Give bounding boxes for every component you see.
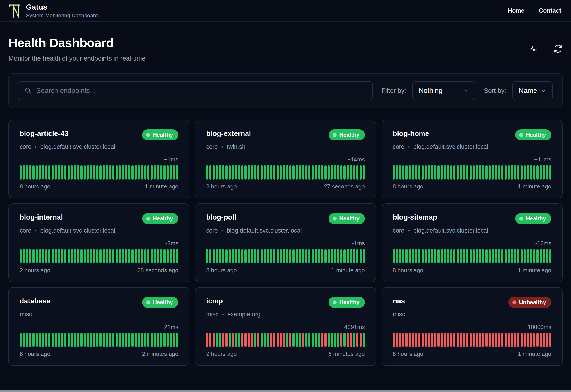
- status-bar[interactable]: [546, 249, 548, 263]
- status-bar[interactable]: [235, 249, 237, 263]
- status-bar[interactable]: [485, 333, 487, 347]
- status-bar[interactable]: [144, 333, 146, 347]
- status-bar[interactable]: [453, 165, 455, 180]
- status-bar[interactable]: [347, 165, 349, 180]
- status-bar[interactable]: [431, 333, 433, 347]
- sort-select[interactable]: Name: [512, 81, 553, 100]
- status-bar[interactable]: [543, 333, 545, 347]
- status-bar[interactable]: [173, 249, 175, 263]
- status-bar[interactable]: [222, 249, 224, 263]
- status-bar[interactable]: [321, 333, 323, 347]
- status-bar[interactable]: [251, 333, 253, 347]
- status-bar[interactable]: [103, 333, 105, 347]
- status-bar[interactable]: [431, 249, 433, 263]
- status-bar[interactable]: [20, 333, 22, 347]
- status-bar[interactable]: [350, 333, 352, 347]
- status-bar[interactable]: [299, 249, 301, 263]
- status-bar[interactable]: [42, 165, 44, 180]
- status-bar[interactable]: [100, 249, 102, 263]
- status-bar[interactable]: [546, 333, 548, 347]
- status-bar[interactable]: [131, 165, 133, 180]
- status-bar[interactable]: [434, 249, 436, 263]
- status-bar[interactable]: [530, 165, 532, 180]
- status-bar[interactable]: [514, 165, 516, 180]
- status-bar[interactable]: [479, 333, 481, 347]
- status-bar[interactable]: [505, 165, 507, 180]
- status-bar[interactable]: [315, 333, 317, 347]
- status-bar[interactable]: [469, 333, 471, 347]
- status-bar[interactable]: [489, 249, 491, 263]
- status-bar[interactable]: [299, 333, 301, 347]
- status-bar[interactable]: [119, 333, 121, 347]
- status-bar[interactable]: [277, 333, 279, 347]
- nav-link-contact[interactable]: Contact: [539, 7, 561, 14]
- status-bar[interactable]: [396, 165, 398, 180]
- status-bar[interactable]: [68, 165, 70, 180]
- status-bar[interactable]: [286, 249, 288, 263]
- status-bar[interactable]: [536, 249, 539, 263]
- status-bar[interactable]: [501, 165, 503, 180]
- status-bar[interactable]: [415, 333, 417, 347]
- status-bar[interactable]: [331, 333, 333, 347]
- status-bar[interactable]: [514, 333, 516, 347]
- status-bar[interactable]: [406, 165, 407, 180]
- status-bar[interactable]: [409, 333, 411, 347]
- status-bar[interactable]: [501, 249, 503, 263]
- status-bar[interactable]: [74, 165, 76, 180]
- status-bar[interactable]: [402, 333, 404, 347]
- status-bar[interactable]: [32, 249, 34, 263]
- endpoint-card[interactable]: blog-internal Healthy core • blog.defaul…: [8, 203, 189, 282]
- status-bar[interactable]: [109, 249, 111, 263]
- status-bar[interactable]: [128, 249, 130, 263]
- status-bar[interactable]: [344, 165, 346, 180]
- status-bar[interactable]: [331, 249, 333, 263]
- status-bar[interactable]: [144, 249, 146, 263]
- status-bar[interactable]: [289, 249, 291, 263]
- status-bar[interactable]: [138, 333, 140, 347]
- status-bar[interactable]: [334, 249, 336, 263]
- status-bar[interactable]: [444, 333, 446, 347]
- status-bar[interactable]: [125, 333, 127, 347]
- status-bar[interactable]: [508, 333, 510, 347]
- status-bar[interactable]: [138, 249, 140, 263]
- status-bar[interactable]: [296, 333, 298, 347]
- endpoint-card[interactable]: icmp Healthy misc • example.org ~4391ms …: [195, 287, 376, 366]
- status-bar[interactable]: [324, 165, 326, 180]
- status-bar[interactable]: [225, 249, 227, 263]
- status-bar[interactable]: [536, 165, 539, 180]
- status-bar[interactable]: [344, 249, 346, 263]
- status-bar[interactable]: [508, 165, 510, 180]
- status-bar[interactable]: [415, 165, 417, 180]
- status-bar[interactable]: [219, 333, 221, 347]
- status-bar[interactable]: [23, 165, 25, 180]
- status-bar[interactable]: [450, 249, 452, 263]
- status-bar[interactable]: [340, 165, 342, 180]
- status-bar[interactable]: [302, 249, 304, 263]
- status-bar[interactable]: [270, 249, 272, 263]
- status-bar[interactable]: [318, 249, 320, 263]
- status-bar[interactable]: [540, 165, 542, 180]
- status-bar[interactable]: [36, 249, 38, 263]
- status-bar[interactable]: [421, 333, 423, 347]
- status-bar[interactable]: [521, 333, 523, 347]
- status-bar[interactable]: [273, 165, 275, 180]
- status-bar[interactable]: [549, 165, 551, 180]
- status-bar[interactable]: [418, 249, 420, 263]
- search-box[interactable]: [18, 81, 373, 100]
- status-bar[interactable]: [58, 165, 60, 180]
- status-bar[interactable]: [466, 249, 468, 263]
- status-bar[interactable]: [457, 333, 459, 347]
- status-bar[interactable]: [248, 249, 250, 263]
- status-bar[interactable]: [244, 333, 246, 347]
- status-bar[interactable]: [492, 249, 494, 263]
- status-bar[interactable]: [533, 249, 535, 263]
- status-bar[interactable]: [84, 165, 86, 180]
- status-bar[interactable]: [90, 333, 92, 347]
- status-bar[interactable]: [141, 249, 143, 263]
- status-bar[interactable]: [476, 165, 478, 180]
- status-bar[interactable]: [61, 333, 63, 347]
- status-bar[interactable]: [39, 333, 41, 347]
- status-bar[interactable]: [219, 165, 221, 180]
- status-bar[interactable]: [216, 333, 218, 347]
- status-bar[interactable]: [52, 333, 54, 347]
